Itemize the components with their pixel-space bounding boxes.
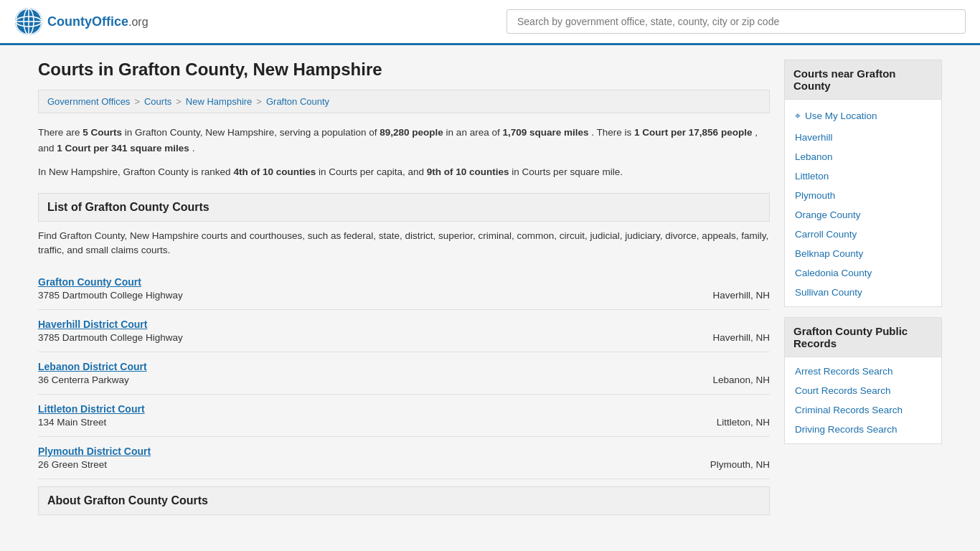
list-section-header: List of Grafton County Courts: [38, 193, 770, 222]
nearby-link[interactable]: Sullivan County: [785, 283, 941, 302]
nearby-link[interactable]: Haverhill: [785, 128, 941, 147]
desc-text3: in an area of: [446, 127, 500, 138]
court-city: Haverhill, NH: [712, 290, 770, 301]
rank-text3: in Courts per square mile.: [512, 166, 623, 177]
page-title: Courts in Grafton County, New Hampshire: [38, 60, 770, 80]
court-city: Lebanon, NH: [712, 375, 770, 385]
rank-area: 9th of 10 counties: [427, 166, 509, 177]
breadcrumb-nh[interactable]: New Hampshire: [186, 96, 252, 107]
nearby-link[interactable]: Belknap County: [785, 244, 941, 263]
search-input[interactable]: [507, 9, 966, 34]
desc-per-area: 1 Court per 341 square miles: [57, 143, 189, 154]
about-section: About Grafton County Courts: [38, 486, 770, 515]
court-city: Littleton, NH: [717, 417, 770, 428]
court-item: Grafton County Court 3785 Dartmouth Coll…: [38, 268, 770, 310]
nearby-link[interactable]: Carroll County: [785, 225, 941, 244]
court-name[interactable]: Plymouth District Court: [38, 446, 770, 457]
desc-count: 5 Courts: [83, 127, 122, 138]
logo-text: CountyOffice.org: [47, 14, 149, 29]
use-location-button[interactable]: ⌖ Use My Location: [785, 104, 941, 128]
desc-text4: . There is: [591, 127, 631, 138]
nearby-courts-header: Courts near Grafton County: [785, 60, 941, 100]
breadcrumb-sep-1: >: [134, 96, 140, 107]
court-city: Plymouth, NH: [710, 459, 770, 470]
court-name[interactable]: Grafton County Court: [38, 276, 770, 288]
breadcrumb: Government Offices > Courts > New Hampsh…: [38, 90, 770, 113]
desc-population: 89,280 people: [380, 127, 443, 138]
about-section-header: About Grafton County Courts: [38, 486, 770, 515]
desc-per-capita: 1 Court per 17,856 people: [634, 127, 752, 138]
description: There are 5 Courts in Grafton County, Ne…: [38, 125, 770, 156]
sidebar: Courts near Grafton County ⌖ Use My Loca…: [784, 60, 942, 522]
search-bar[interactable]: [507, 9, 966, 34]
court-address: 36 Centerra Parkway: [38, 375, 129, 385]
court-address: 3785 Dartmouth College Highway: [38, 332, 183, 343]
breadcrumb-sep-2: >: [176, 96, 182, 107]
desc-text6: .: [192, 143, 195, 154]
breadcrumb-grafton[interactable]: Grafton County: [266, 96, 329, 107]
court-item: Plymouth District Court 26 Green Street …: [38, 437, 770, 479]
nearby-link[interactable]: Littleton: [785, 166, 941, 186]
nearby-link[interactable]: Orange County: [785, 205, 941, 225]
desc-text1: There are: [38, 127, 80, 138]
use-location-label[interactable]: Use My Location: [805, 110, 877, 121]
breadcrumb-courts[interactable]: Courts: [144, 96, 171, 107]
desc-area: 1,709 square miles: [502, 127, 588, 138]
court-address: 3785 Dartmouth College Highway: [38, 290, 183, 301]
court-item: Littleton District Court 134 Main Street…: [38, 395, 770, 437]
court-city: Haverhill, NH: [712, 332, 770, 343]
breadcrumb-gov-offices[interactable]: Government Offices: [47, 96, 130, 107]
nearby-courts-box: Courts near Grafton County ⌖ Use My Loca…: [784, 60, 942, 307]
courts-list: Grafton County Court 3785 Dartmouth Coll…: [38, 268, 770, 479]
location-icon: ⌖: [795, 110, 801, 122]
records-links: Arrest Records SearchCourt Records Searc…: [785, 357, 941, 443]
nearby-link[interactable]: Lebanon: [785, 147, 941, 166]
records-link[interactable]: Court Records Search: [785, 381, 941, 400]
court-name[interactable]: Lebanon District Court: [38, 361, 770, 372]
records-link[interactable]: Criminal Records Search: [785, 400, 941, 420]
logo-icon: [14, 7, 43, 36]
desc-text2: in Grafton County, New Hampshire, servin…: [125, 127, 377, 138]
court-find-text: Find Grafton County, New Hampshire court…: [38, 229, 770, 258]
nearby-link[interactable]: Plymouth: [785, 186, 941, 205]
court-address: 26 Green Street: [38, 459, 107, 470]
court-name[interactable]: Haverhill District Court: [38, 319, 770, 330]
records-link[interactable]: Arrest Records Search: [785, 362, 941, 381]
court-address: 134 Main Street: [38, 417, 106, 428]
breadcrumb-sep-3: >: [256, 96, 262, 107]
rank-text1: In New Hampshire, Grafton County is rank…: [38, 166, 231, 177]
public-records-header: Grafton County Public Records: [785, 318, 941, 357]
ranking: In New Hampshire, Grafton County is rank…: [38, 164, 770, 180]
nearby-link[interactable]: Caledonia County: [785, 263, 941, 283]
nearby-courts-links: ⌖ Use My Location HaverhillLebanonLittle…: [785, 100, 941, 306]
rank-text2: in Courts per capita, and: [319, 166, 424, 177]
court-name[interactable]: Littleton District Court: [38, 403, 770, 415]
records-link[interactable]: Driving Records Search: [785, 420, 941, 439]
court-item: Haverhill District Court 3785 Dartmouth …: [38, 310, 770, 352]
public-records-box: Grafton County Public Records Arrest Rec…: [784, 317, 942, 444]
logo[interactable]: CountyOffice.org: [14, 7, 149, 36]
court-item: Lebanon District Court 36 Centerra Parkw…: [38, 352, 770, 395]
rank-capita: 4th of 10 counties: [233, 166, 316, 177]
